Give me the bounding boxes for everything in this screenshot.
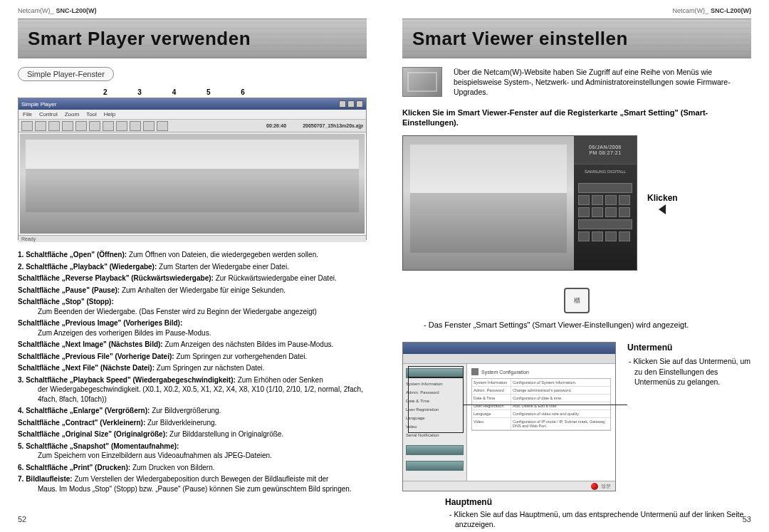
pause-button-icon[interactable]: [62, 121, 73, 131]
description-bold: Schaltfläche „Previous File" (Vorherige …: [18, 353, 174, 360]
table-row: Admin. PasswordChange administrator's pa…: [472, 387, 610, 395]
description-sub: Zum Beenden der Wiedergabe. (Das Fenster…: [28, 307, 367, 317]
page-left: Netcam(W)_ SNC-L200(W) Smart Player verw…: [0, 0, 384, 532]
enlarge-button-icon[interactable]: [130, 121, 141, 131]
viewer-btn-3[interactable]: [605, 195, 617, 205]
untermenu-heading: Untermenü: [627, 342, 751, 353]
player-statusbar: Ready: [19, 235, 366, 242]
viewer-btn-4[interactable]: [619, 195, 630, 205]
viewer-btn-12[interactable]: [619, 231, 630, 241]
settings-titlebar: [403, 343, 615, 354]
nav-item[interactable]: Date & Time: [406, 398, 464, 404]
viewer-btn-7[interactable]: [605, 207, 617, 217]
viewer-btn-6[interactable]: [592, 207, 603, 217]
nav-group-utilities[interactable]: [406, 461, 464, 471]
description-bold: Schaltfläche „Previous Image" (Vorherige…: [18, 319, 182, 327]
description-sub: Zum Anzeigen des vorherigen Bildes im Pa…: [28, 328, 367, 338]
player-filename: 20050707_15h13m20s.ajp: [303, 123, 363, 128]
click-instruction: Klicken Sie im Smart Viewer-Fenster auf …: [402, 108, 751, 129]
hauptmenu-text: - Klicken Sie auf das Hauptmenü, um das …: [402, 509, 751, 529]
table-cell-val: Configuration of date & time.: [511, 395, 610, 402]
play-button-icon[interactable]: [35, 121, 46, 131]
viewer-btn-1[interactable]: [578, 195, 590, 205]
description-item: Bildlaufleiste: Zum Verstellen der Wiede…: [18, 474, 367, 494]
result-line: - Das Fenster „Smart Settings" (Smart Vi…: [424, 320, 751, 329]
player-video-area: [20, 134, 365, 234]
title-banner-left: Smart Player verwenden: [18, 19, 367, 58]
print-button-icon[interactable]: [157, 121, 168, 131]
prev-image-button-icon[interactable]: [89, 121, 100, 131]
nav-item[interactable]: User Registration: [406, 407, 464, 412]
table-cell-val: Configuration of System Information.: [511, 379, 610, 386]
hauptmenu-heading: Hauptmenü: [445, 497, 751, 507]
table-cell-val: Configuration of video size and quality.: [511, 410, 610, 417]
description-bold: Schaltfläche „Snapshot" (Momentaufnahme)…: [26, 442, 179, 450]
record-dot-icon: [591, 483, 598, 490]
menu-zoom[interactable]: Zoom: [65, 111, 79, 118]
viewer-smart-setting-tab[interactable]: [578, 219, 632, 229]
description-sub: der Wiedergabegeschwindigkeit. (X0.1, X0…: [28, 385, 367, 404]
description-item: Schaltfläche „Open" (Öffnen): Zum Öffnen…: [18, 250, 367, 260]
description-sub: Maus. Im Modus „Stop" (Stopp) bzw. „Paus…: [28, 484, 367, 494]
header-model: SNC-L200(W): [56, 7, 97, 14]
simple-player-screenshot: Simple Player File Control Zoom Tool Hel…: [18, 98, 367, 240]
stop-button-icon[interactable]: [75, 121, 87, 131]
nav-group-system[interactable]: [406, 368, 464, 378]
speed-button-icon[interactable]: [116, 121, 127, 131]
nav-item[interactable]: Video: [406, 424, 464, 429]
description-item: Schaltfläche „Playback" (Wiedergabe): Zu…: [18, 262, 367, 272]
viewer-btn-9[interactable]: [578, 231, 590, 241]
open-button-icon[interactable]: [21, 121, 33, 131]
table-cell-val: Configuration of IP mode / IP, Subnet ma…: [511, 418, 610, 429]
nav-item[interactable]: Language: [406, 415, 464, 421]
menu-tool[interactable]: Tool: [86, 111, 97, 118]
menu-help[interactable]: Help: [104, 111, 115, 118]
header-prefix-r: Netcam(W)_: [672, 7, 708, 14]
menu-file[interactable]: File: [23, 111, 32, 118]
table-row: VideoConfiguration of IP mode / IP, Subn…: [472, 418, 610, 430]
description-item: Schaltfläche „Pause" (Pause): Zum Anhalt…: [18, 286, 367, 296]
viewer-row: 06/JAN/2006 PM 08:27:21 SAMSUNG DIGITALL: [402, 135, 751, 271]
maximize-icon[interactable]: [347, 100, 355, 108]
close-icon[interactable]: [356, 100, 363, 108]
window-controls: [339, 100, 363, 108]
table-cell-key: Language: [472, 410, 511, 417]
header-right: Netcam(W)_ SNC-L200(W): [402, 7, 751, 14]
table-row: Date & TimeConfiguration of date & time.: [472, 395, 610, 402]
viewer-btn-10[interactable]: [592, 231, 603, 241]
nav-item[interactable]: Serial Notification: [406, 432, 464, 438]
nav-item[interactable]: Admin. Password: [406, 390, 464, 395]
description-item: Schaltfläche „Original Size" (Originalgr…: [18, 429, 367, 439]
minimize-icon[interactable]: [339, 100, 346, 108]
viewer-button-pad: [574, 179, 637, 270]
description-item: Schaltfläche „Previous Image" (Vorherige…: [18, 318, 367, 338]
hauptmenu-block: Hauptmenü - Klicken Sie auf das Hauptmen…: [402, 497, 751, 529]
description-item: Schaltfläche „Print" (Drucken): Zum Druc…: [18, 463, 367, 473]
viewer-btn-8[interactable]: [619, 207, 630, 217]
nav-item[interactable]: System Information: [406, 381, 464, 387]
nav-group-network[interactable]: [406, 445, 464, 455]
table-cell-key: Admin. Password: [472, 387, 511, 394]
reverse-button-icon[interactable]: [48, 121, 60, 131]
viewer-btn-5[interactable]: [578, 207, 590, 217]
header-left: Netcam(W)_ SNC-L200(W): [18, 7, 367, 14]
menu-control[interactable]: Control: [39, 111, 58, 118]
description-item: Schaltfläche „Snapshot" (Momentaufnahme)…: [18, 442, 367, 461]
description-bold: Schaltfläche „Playback Speed" (Wiedergab…: [26, 376, 236, 384]
player-toolbar: 00:26:40 20050707_15h13m20s.ajp: [19, 120, 366, 132]
viewer-btn-11[interactable]: [605, 231, 617, 241]
memo-icon: 櫃: [564, 288, 590, 313]
viewer-btn-2[interactable]: [592, 195, 603, 205]
description-bold: Schaltfläche „Pause" (Pause):: [18, 286, 120, 294]
description-item: Schaltfläche „Enlarge" (Vergrößern): Zur…: [18, 406, 367, 416]
viewer-date: 06/JAN/2006: [589, 145, 622, 150]
next-image-button-icon[interactable]: [103, 121, 114, 131]
settings-footer: 영문: [403, 481, 615, 491]
description-bold: Schaltfläche „Print" (Drucken):: [26, 464, 130, 471]
table-row: User RegistrationAdd, Delete & Edit a us…: [472, 402, 610, 410]
snapshot-button-icon[interactable]: [143, 121, 155, 131]
intro-image-icon: [402, 67, 442, 97]
viewer-preset-bar[interactable]: [578, 183, 632, 193]
table-row: System InformationConfiguration of Syste…: [472, 379, 610, 387]
description-bold: Schaltfläche „Stop" (Stopp):: [18, 298, 114, 306]
